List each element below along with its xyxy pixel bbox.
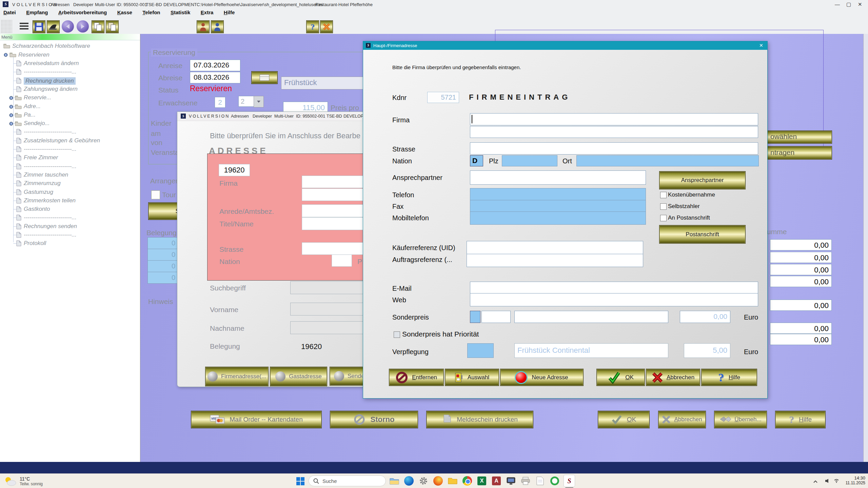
menu-extra[interactable]: Extra (201, 9, 214, 15)
folder-icon[interactable] (447, 475, 458, 487)
copy-button[interactable] (92, 20, 104, 33)
sidebar-item-zimmerumzug[interactable]: Zimmerumzug (0, 180, 140, 188)
sidebar-item-gastkonto[interactable]: Gastkonto (0, 205, 140, 214)
postanschrift-button[interactable]: Postanschrift (659, 225, 746, 244)
menu-arbeitsvorbereitung[interactable]: Arbeitsvorbereitung (58, 9, 107, 15)
email-field[interactable] (470, 282, 758, 294)
selbstzahler-checkbox[interactable] (660, 203, 667, 210)
sidebar-item--[interactable]: -------------------------... (0, 128, 140, 137)
document-icon[interactable] (534, 475, 546, 487)
weather-widget[interactable]: 11°C Teilw. sonnig (3, 475, 68, 488)
dialog-titlebar[interactable]: S Haupt-/Firmenadresse ✕ (363, 41, 767, 50)
start-button[interactable] (296, 476, 305, 486)
network-icon[interactable] (833, 478, 840, 484)
printer-icon[interactable] (520, 475, 531, 487)
close-icon[interactable]: ✕ (759, 43, 763, 48)
tray-chevron-icon[interactable] (813, 479, 818, 485)
menu-empfang[interactable]: Empfang (26, 9, 48, 15)
firma-field-2[interactable] (470, 126, 758, 138)
menu-hilfe[interactable]: Hilfe (224, 9, 235, 15)
monitor-icon[interactable] (505, 475, 517, 487)
clock-widget[interactable]: 14:30 11.11.2025 (844, 475, 865, 485)
nation-field[interactable]: D (470, 155, 483, 166)
sidebar-item-reservie-[interactable]: Reservie... (0, 94, 140, 102)
print-button[interactable] (47, 20, 60, 33)
fax-field[interactable] (470, 200, 646, 213)
suchbegriff-field[interactable] (290, 281, 374, 294)
back-button[interactable] (62, 20, 74, 33)
verpflegung-value-field[interactable]: 5,00 (684, 343, 730, 358)
ansprechpartner-button[interactable]: Ansprechpartner (659, 171, 746, 189)
menu-kasse[interactable]: Kasse (117, 9, 132, 15)
opera-icon[interactable] (549, 475, 560, 487)
neue-adresse-button[interactable]: Neue Adresse (500, 369, 584, 386)
sonderpreis-value-field[interactable]: 0,00 (680, 311, 730, 323)
menu-statistik[interactable]: Statistik (171, 9, 190, 15)
prioritaet-checkbox[interactable] (394, 331, 400, 338)
firma-field-1[interactable] (470, 113, 758, 125)
chrome-icon[interactable] (461, 475, 473, 487)
sidebar-item-zusatzleistungen-geb-hren[interactable]: Zusatzleistungen & Gebühren (0, 137, 140, 145)
hotel-app-icon[interactable]: S (564, 475, 575, 487)
menu-datei[interactable]: Datei (3, 9, 16, 15)
sidebar-item--[interactable]: -------------------------... (0, 231, 140, 240)
excel-icon[interactable]: X (476, 475, 488, 487)
verpflegung-flag-field[interactable] (467, 343, 494, 358)
plz-field[interactable] (502, 155, 557, 166)
access-icon[interactable]: A (491, 475, 502, 487)
ansprechpartner-field[interactable] (470, 170, 646, 185)
sidebar-root[interactable]: Schwarzenbach Hotelsoftware (0, 42, 140, 50)
search-box[interactable]: Suche (309, 475, 386, 486)
firefox-icon[interactable] (432, 475, 444, 487)
help-toolbar-button[interactable]: ? (306, 20, 319, 33)
file-explorer-icon[interactable] (389, 475, 400, 487)
sonderpreis-text-field[interactable] (514, 311, 668, 323)
save-button[interactable] (33, 20, 45, 33)
sidebar-item-zimmer-tauschen[interactable]: Zimmer tauschen (0, 171, 140, 180)
guest-blue-button[interactable] (211, 20, 224, 33)
ok-button[interactable]: OK (596, 369, 645, 386)
firmenadresse-button[interactable]: Firmenadresse(... (205, 367, 269, 386)
anpostanschrift-checkbox[interactable] (660, 215, 667, 221)
web-field[interactable] (470, 293, 758, 306)
hilfe-button[interactable]: ? Hilfe (701, 369, 757, 386)
kaeuferreferenz-field[interactable] (467, 241, 643, 255)
address-code-field[interactable]: 19620 (219, 164, 250, 176)
settings-icon[interactable] (418, 475, 429, 487)
auswahl-button[interactable]: Auswahl (445, 369, 499, 386)
address-window-titlebar[interactable]: S VOLLVERSION Adressen Developer Multi-U… (177, 112, 381, 121)
sidebar-item-pa-[interactable]: Pa... (0, 111, 140, 120)
sidebar-item-gastumzug[interactable]: Gastumzug (0, 188, 140, 197)
strasse-field[interactable] (470, 142, 758, 155)
sidebar-item-protokoll[interactable]: Protokoll (0, 240, 140, 248)
sidebar-item-sendejo-[interactable]: Sendejo... (0, 120, 140, 128)
sidebar-item-freie-zimmer[interactable]: Freie Zimmer (0, 154, 140, 162)
verpflegung-text-field[interactable]: Frühstück Continental (514, 343, 668, 358)
sidebar-item--[interactable]: -------------------------... (0, 163, 140, 171)
sidebar-item-adre-[interactable]: Adre... (0, 103, 140, 111)
maximize-button[interactable]: ▢ (846, 1, 851, 7)
sidebar-item-zahlungsweg-ndern[interactable]: Zahlungsweg ändern (0, 85, 140, 94)
nachname-field[interactable] (290, 321, 374, 334)
hamburger-icon[interactable] (19, 22, 29, 30)
exit-toolbar-button[interactable] (320, 20, 333, 33)
speaker-icon[interactable] (825, 479, 831, 485)
nation-field[interactable] (332, 255, 352, 267)
minimize-button[interactable]: — (835, 1, 840, 7)
sidebar-item-anreisedatum-ndern[interactable]: Anreisedatum ändern (0, 60, 140, 68)
sidebar-item-rechnungen-senden[interactable]: Rechnungen senden (0, 223, 140, 231)
sidebar-item--[interactable]: -------------------------... (0, 145, 140, 154)
guest-red-button[interactable] (197, 20, 210, 33)
telefon-field[interactable] (470, 188, 646, 201)
sidebar-item-rechnung-drucken[interactable]: Rechnung drucken (0, 77, 140, 85)
sidebar-item--[interactable]: -------------------------... (0, 68, 140, 77)
edge-icon[interactable] (403, 475, 415, 487)
abbrechen-button[interactable]: Abbrechen (646, 369, 700, 386)
sonderpreis-code-field[interactable] (481, 311, 511, 323)
kostenuebernahme-checkbox[interactable] (660, 192, 667, 198)
forward-button[interactable] (77, 20, 89, 33)
close-button[interactable]: ✕ (858, 1, 862, 7)
sidebar-item-zimmerkosten-teilen[interactable]: Zimmerkosten teilen (0, 197, 140, 205)
sonderpreis-flag-field[interactable] (470, 311, 480, 323)
menu-telefon[interactable]: Telefon (142, 9, 160, 15)
